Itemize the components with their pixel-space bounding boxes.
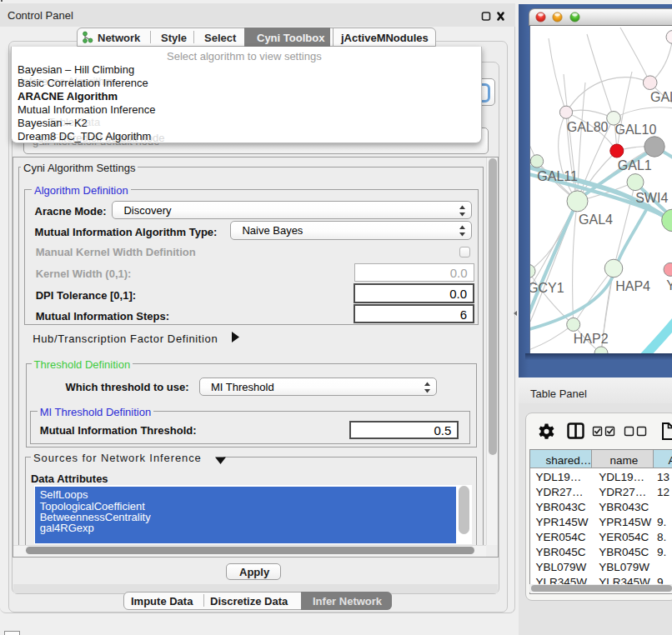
svg-text:GAL2: GAL2 xyxy=(650,90,672,104)
svg-text:GAL1: GAL1 xyxy=(618,158,652,172)
svg-text:GAL4: GAL4 xyxy=(579,212,613,227)
svg-text:HAP2: HAP2 xyxy=(574,332,609,346)
svg-text:Y: Y xyxy=(666,278,672,292)
svg-text:GAL10: GAL10 xyxy=(615,122,657,137)
svg-text:HAP4: HAP4 xyxy=(615,279,650,293)
svg-text:GCY1: GCY1 xyxy=(530,281,564,295)
svg-text:GAL11: GAL11 xyxy=(537,169,578,183)
svg-text:GAL80: GAL80 xyxy=(567,120,609,134)
svg-text:SWI4: SWI4 xyxy=(635,191,668,205)
